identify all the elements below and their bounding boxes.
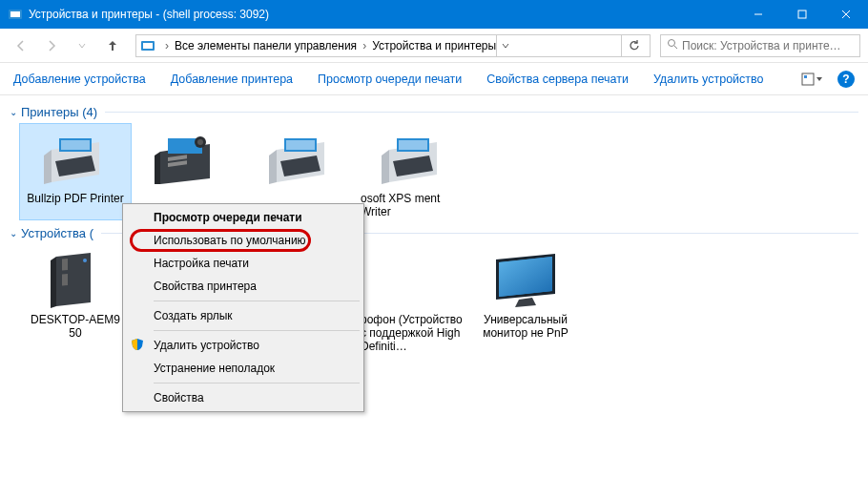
view-options-button[interactable]	[796, 69, 828, 90]
control-panel-small-icon	[140, 38, 155, 53]
group-count: (4)	[82, 105, 97, 119]
svg-rect-13	[61, 140, 90, 150]
view-queue-link[interactable]: Просмотр очереди печати	[318, 73, 462, 86]
monitor-icon	[488, 250, 563, 311]
up-button[interactable]	[99, 32, 126, 59]
add-printer-link[interactable]: Добавление принтера	[171, 73, 293, 86]
back-button[interactable]	[8, 32, 34, 59]
svg-point-8	[669, 40, 675, 47]
breadcrumb-root[interactable]: Все элементы панели управления	[175, 39, 357, 52]
ctx-view-queue[interactable]: Просмотр очереди печати	[125, 206, 362, 229]
remove-device-link[interactable]: Удалить устройство	[653, 73, 764, 86]
printer-icon	[263, 129, 338, 190]
search-input[interactable]	[682, 39, 854, 52]
svg-rect-7	[143, 43, 153, 49]
device-label: DESKTOP-AEM9 50	[23, 313, 128, 340]
device-label: Универсальный монитор не PnP	[473, 313, 578, 340]
printer-item[interactable]: osoft XPS ment Writer	[357, 123, 469, 220]
svg-rect-10	[802, 73, 814, 85]
ctx-print-settings[interactable]: Настройка печати	[125, 252, 362, 275]
add-device-link[interactable]: Добавление устройства	[13, 73, 146, 86]
svg-rect-11	[804, 75, 807, 78]
refresh-button[interactable]	[621, 35, 646, 56]
svg-line-9	[674, 46, 677, 49]
svg-rect-22	[399, 140, 427, 150]
command-toolbar: Добавление устройства Добавление принтер…	[0, 63, 868, 95]
device-item[interactable]: рофон (Устройство с поддержкой High Defi…	[357, 244, 469, 355]
chevron-right-icon[interactable]: ›	[357, 39, 372, 52]
device-item[interactable]: DESKTOP-AEM9 50	[19, 244, 132, 355]
group-label: Устройства	[21, 226, 86, 240]
maximize-button[interactable]	[780, 0, 824, 29]
breadcrumb[interactable]: › Все элементы панели управления › Устро…	[135, 34, 651, 57]
svg-rect-23	[62, 259, 68, 271]
printer-icon	[38, 129, 113, 190]
navigation-bar: › Все элементы панели управления › Устро…	[0, 29, 868, 63]
search-box[interactable]	[660, 34, 860, 57]
printer-item[interactable]: Bullzip PDF Printer	[19, 123, 132, 220]
svg-point-16	[197, 139, 203, 145]
group-count: (	[90, 226, 93, 240]
breadcrumb-current[interactable]: Устройства и принтеры	[372, 39, 496, 52]
window-titlebar: Устройства и принтеры - (shell process: …	[0, 0, 868, 29]
device-label: рофон (Устройство с поддержкой High Defi…	[361, 313, 465, 353]
ctx-create-shortcut[interactable]: Создать ярлык	[125, 304, 362, 327]
svg-point-25	[83, 259, 87, 262]
forward-button[interactable]	[38, 32, 65, 59]
group-header-printers[interactable]: ⌄ Принтеры (4)	[10, 105, 858, 119]
svg-rect-3	[798, 10, 806, 18]
ctx-printer-props[interactable]: Свойства принтера	[125, 275, 362, 298]
printer-icon	[376, 129, 450, 190]
help-button[interactable]: ?	[837, 71, 855, 88]
shield-icon	[131, 338, 146, 353]
chevron-right-icon[interactable]: ›	[159, 39, 175, 52]
breadcrumb-dropdown[interactable]	[496, 35, 513, 56]
control-panel-icon	[8, 7, 23, 22]
printer-label: Bullzip PDF Printer	[27, 192, 123, 205]
ctx-set-default[interactable]: Использовать по умолчанию	[125, 229, 362, 252]
server-props-link[interactable]: Свойства сервера печати	[486, 73, 629, 86]
svg-rect-24	[62, 274, 68, 286]
microphone-icon	[376, 250, 450, 311]
device-item[interactable]: Универсальный монитор не PnP	[469, 244, 582, 355]
chevron-down-icon: ⌄	[10, 107, 17, 117]
ctx-troubleshoot[interactable]: Устранение неполадок	[125, 357, 362, 380]
ctx-remove-device[interactable]: Удалить устройство	[125, 334, 362, 357]
context-menu: Просмотр очереди печати Использовать по …	[122, 203, 364, 412]
svg-rect-1	[10, 11, 20, 17]
fax-icon	[151, 129, 225, 190]
close-button[interactable]	[824, 0, 868, 29]
svg-rect-20	[286, 140, 315, 150]
minimize-button[interactable]	[736, 0, 780, 29]
search-icon	[667, 38, 678, 52]
separator	[154, 330, 360, 331]
chevron-down-icon: ⌄	[10, 228, 17, 238]
group-label: Принтеры	[21, 105, 79, 119]
separator	[154, 301, 360, 301]
window-title: Устройства и принтеры - (shell process: …	[29, 8, 736, 21]
printer-label: osoft XPS ment Writer	[361, 192, 465, 218]
ctx-properties[interactable]: Свойства	[125, 386, 362, 409]
computer-icon	[38, 250, 113, 311]
separator	[154, 383, 360, 384]
recent-dropdown[interactable]	[69, 32, 95, 59]
